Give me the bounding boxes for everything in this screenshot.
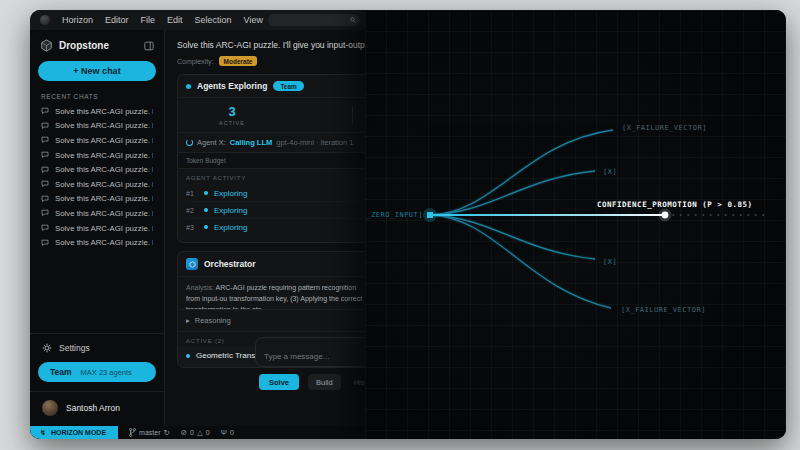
menu-editor[interactable]: Editor	[105, 15, 129, 25]
chat-bubble-icon	[41, 180, 49, 188]
panel-toggle-icon[interactable]	[144, 41, 154, 51]
sidebar-footer: Settings Team MAX 23 agents Santosh Arro…	[30, 333, 164, 426]
stat-divider	[352, 106, 353, 124]
agent-activity-row[interactable]: #3 Exploring	[186, 219, 364, 235]
chat-bubble-icon	[41, 224, 49, 232]
chat-bubble-icon	[41, 239, 49, 247]
agents-card-header[interactable]: Agents Exploring Team	[178, 75, 372, 98]
avatar	[42, 400, 58, 416]
team-badge: Team	[273, 81, 304, 91]
activity-dot-icon	[204, 208, 208, 212]
orchestrator-icon	[186, 258, 198, 270]
seed-node	[427, 212, 433, 218]
agent-activity-row[interactable]: #2 Exploring	[186, 202, 364, 219]
menubar-search-input[interactable]	[272, 15, 350, 25]
branch-visualization-panel: [_ZERO_INPUT] [X_FAILURE_VECTOR] [X] CON…	[365, 10, 786, 439]
chat-list-item[interactable]: Solve this ARC-AGI puzzle. I'll	[30, 119, 164, 134]
failure-vector-label-top: [X_FAILURE_VECTOR]	[622, 124, 707, 132]
user-name: Santosh Arron	[66, 403, 120, 413]
promotion-dot	[662, 212, 669, 219]
chat-bubble-icon	[41, 209, 49, 217]
feed-status[interactable]: Ψ 0	[221, 428, 234, 437]
chevron-right-icon: ▸	[186, 316, 190, 325]
branch-curve-bottom	[430, 215, 611, 308]
agent-status-row: Agent X: Calling LLM gpt-4o-mini · itera…	[178, 133, 372, 153]
chat-list-item[interactable]: Solve this ARC-AGI puzzle. I'll	[30, 177, 164, 192]
confidence-promotion-label: CONFIDENCE_PROMOTION (P > 0.85)	[597, 200, 752, 209]
orchestrator-analysis: Analysis: ARC-AGI puzzle requiring patte…	[178, 277, 372, 310]
app-logo-icon	[40, 15, 50, 25]
menu-view[interactable]: View	[244, 15, 263, 25]
token-budget-row: Token Budget	[178, 153, 372, 169]
complexity-label: Complexity:	[177, 58, 214, 65]
chat-bubble-icon	[41, 136, 49, 144]
agent-activity-row[interactable]: #1 Exploring	[186, 185, 364, 202]
chat-bubble-icon	[41, 151, 49, 159]
menu-edit[interactable]: Edit	[167, 15, 183, 25]
chat-list-item[interactable]: Solve this ARC-AGI puzzle. I'll	[30, 148, 164, 163]
chat-list-item[interactable]: Solve this ARC-AGI puzzle. I'll	[30, 206, 164, 221]
menu-horizon[interactable]: Horizon	[62, 15, 93, 25]
active-agents-stat: 3 ACTIVE	[178, 104, 286, 126]
menu-file[interactable]: File	[141, 15, 156, 25]
gear-icon	[42, 343, 52, 353]
chat-list-item[interactable]: Solve this ARC-AGI puzzle. I'll	[30, 192, 164, 207]
x-label-lower: [X]	[603, 258, 617, 266]
user-profile[interactable]: Santosh Arron	[30, 391, 164, 426]
build-button[interactable]: Build	[308, 374, 341, 390]
chat-list-item[interactable]: Solve this ARC-AGI puzzle. I'll	[30, 235, 164, 250]
chat-list-item[interactable]: Solve this ARC-AGI puzzle. I'll	[30, 221, 164, 236]
horizon-mode-button[interactable]: ↯ HORIZON MODE	[30, 426, 118, 439]
chat-list-item[interactable]: Solve this ARC-AGI puzzle. I'll	[30, 162, 164, 177]
x-label-upper: [X]	[603, 168, 617, 176]
agents-stats: 3 ACTIVE	[178, 98, 372, 133]
seed-input-label: [_ZERO_INPUT]	[365, 211, 423, 219]
sync-icon: ↻	[164, 428, 170, 437]
chat-bubble-icon	[41, 166, 49, 174]
dropstone-cube-icon	[40, 39, 53, 52]
error-icon: ⊘	[181, 428, 187, 437]
chat-list-item[interactable]: Solve this ARC-AGI puzzle. I'll	[30, 133, 164, 148]
activity-dot-icon	[204, 225, 208, 229]
activity-dot-icon	[204, 191, 208, 195]
new-chat-button[interactable]: + New chat	[38, 61, 156, 81]
reasoning-toggle[interactable]: ▸ Reasoning	[178, 310, 372, 332]
agent-activity-section: AGENT ACTIVITY #1 Exploring #2 Exploring	[178, 169, 372, 242]
problems-status[interactable]: ⊘ 0 △ 0	[181, 428, 210, 437]
menubar-search[interactable]	[268, 14, 360, 26]
lightning-icon: ↯	[40, 429, 46, 437]
git-branch-status[interactable]: master ↻	[129, 428, 170, 437]
chat-bubble-icon	[41, 122, 49, 130]
antenna-icon: Ψ	[221, 428, 227, 437]
status-dot-icon	[186, 84, 191, 89]
recent-chats-heading: RECENT CHATS	[30, 90, 164, 104]
menu-selection[interactable]: Selection	[195, 15, 232, 25]
spinner-icon	[186, 139, 193, 146]
complexity-badge: Moderate	[219, 56, 258, 66]
solve-button[interactable]: Solve	[259, 374, 299, 390]
app-window: Horizon Editor File Edit Selection View …	[30, 10, 786, 439]
sidebar: Dropstone + New chat RECENT CHATS Solve …	[30, 30, 165, 426]
chat-bubble-icon	[41, 195, 49, 203]
complexity-row: Complexity: Moderate	[177, 56, 365, 66]
search-icon	[350, 16, 356, 24]
orchestrator-header[interactable]: Orchestrator	[178, 252, 372, 277]
team-button[interactable]: Team MAX 23 agents	[38, 362, 156, 382]
chat-title: Solve this ARC-AGI puzzle. I'll give you…	[177, 40, 373, 50]
failure-vector-label-bottom: [X_FAILURE_VECTOR]	[621, 306, 706, 314]
activity-dot-icon	[186, 354, 190, 358]
chat-list-item[interactable]: Solve this ARC-AGI puzzle. I'll	[30, 104, 164, 119]
app-name: Dropstone	[59, 40, 138, 51]
agents-exploring-card: Agents Exploring Team 3 ACTIVE Agent X:	[177, 74, 373, 243]
git-branch-icon	[129, 428, 136, 437]
warning-icon: △	[197, 428, 203, 437]
branch-curves	[365, 10, 786, 439]
settings-button[interactable]: Settings	[30, 334, 164, 360]
chat-bubble-icon	[41, 107, 49, 115]
sidebar-header: Dropstone	[30, 30, 164, 59]
